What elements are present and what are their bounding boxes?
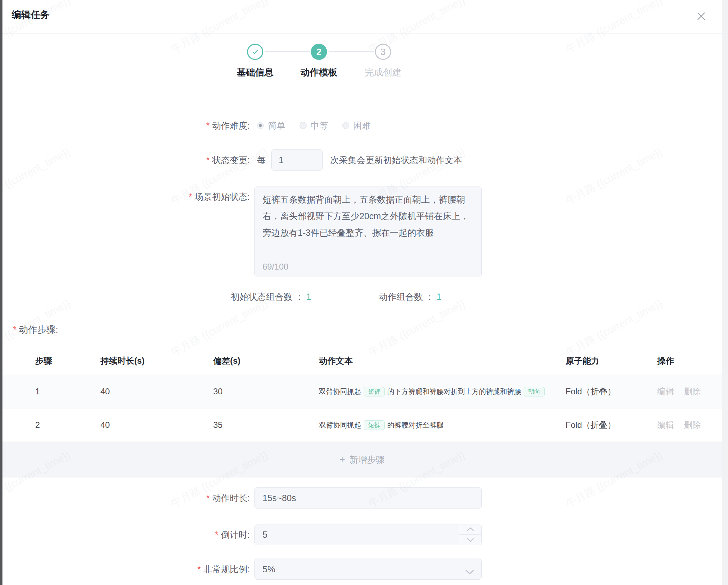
step-3-label: 完成创建 — [344, 66, 422, 79]
state-change-input[interactable]: 1 — [271, 149, 323, 171]
step-3-circle: 3 — [375, 44, 391, 60]
step-connector — [329, 51, 374, 52]
text-fragment: 双臂协同抓起 — [319, 420, 361, 430]
row-ability: Fold（折叠） — [566, 419, 657, 431]
col-ability: 原子能力 — [566, 355, 657, 367]
required-asterisk: * — [197, 564, 201, 574]
edit-link[interactable]: 编辑 — [657, 386, 674, 397]
text-fragment: 双臂协同抓起 — [319, 387, 361, 396]
unusual-ratio-label: *非常规比例: — [91, 559, 250, 580]
row-ability: Fold（折叠） — [566, 386, 657, 397]
radio-icon — [300, 122, 307, 129]
row-action-text: 双臂协同抓起短裤的下方裤腿和裤腰对折到上方的裤腿和裤腰朝向 — [319, 387, 566, 396]
delete-link[interactable]: 删除 — [684, 419, 701, 431]
initial-combo-count: 初始状态组合数 ： 1 — [231, 289, 311, 304]
unusual-ratio-row: *非常规比例: 5% — [2, 559, 722, 580]
spinner-down-button[interactable] — [459, 535, 481, 545]
delete-link[interactable]: 删除 — [684, 386, 701, 397]
row-actions: 编辑删除 — [657, 419, 722, 431]
plus-icon: + — [340, 454, 345, 465]
combo-counts-row: 初始状态组合数 ： 1 动作组合数 ： 1 — [2, 289, 722, 304]
action-combo-value: 1 — [437, 292, 442, 302]
row-actions: 编辑删除 — [657, 386, 722, 397]
difficulty-row: *动作难度: 简单中等困难 — [2, 116, 722, 135]
difficulty-radio-group: 简单中等困难 — [257, 116, 371, 135]
table-header-row: 步骤 持续时长(s) 偏差(s) 动作文本 原子能力 操作 — [2, 347, 722, 375]
state-change-prefix: 每 — [257, 149, 266, 171]
keyword-tag: 朝向 — [524, 387, 545, 396]
state-change-suffix: 次采集会更新初始状态和动作文本 — [330, 149, 462, 171]
initial-state-text: 短裤五条数据背面朝上，五条数据正面朝上，裤腰朝右，离头部视野下方至少20cm之外… — [263, 191, 474, 241]
step-1-circle — [247, 44, 263, 60]
state-change-label: *状态变更: — [91, 149, 250, 171]
row-action-text: 双臂协同抓起短裤的裤腰对折至裤腿 — [319, 420, 566, 430]
text-fragment: 的下方裤腿和裤腰对折到上方的裤腿和裤腰 — [387, 387, 521, 396]
col-action-text: 动作文本 — [319, 355, 566, 367]
unusual-ratio-select[interactable]: 5% — [254, 559, 482, 580]
countdown-row: *倒计时: 5 — [2, 524, 722, 545]
step-2-circle: 2 — [311, 44, 327, 60]
required-asterisk: * — [13, 325, 17, 334]
col-step: 步骤 — [35, 355, 100, 367]
required-asterisk: * — [206, 155, 210, 165]
duration-label: *动作时长: — [91, 487, 250, 509]
radio-selected-icon — [257, 122, 264, 129]
duration-input[interactable]: 15s~80s — [254, 487, 482, 509]
row-duration: 40 — [100, 420, 213, 430]
initial-state-textarea[interactable]: 短裤五条数据背面朝上，五条数据正面朝上，裤腰朝右，离头部视野下方至少20cm之外… — [254, 186, 482, 277]
stepper: 2 3 基础信息 动作模板 完成创建 — [2, 0, 722, 85]
required-asterisk: * — [206, 493, 210, 503]
col-deviation: 偏差(s) — [213, 355, 319, 367]
row-step: 2 — [35, 420, 100, 430]
step-connector — [265, 51, 310, 52]
initial-state-row: *场景初始状态: 短裤五条数据背面朝上，五条数据正面朝上，裤腰朝右，离头部视野下… — [2, 186, 722, 277]
radio-label: 简单 — [268, 120, 285, 131]
action-combo-count: 动作组合数 ： 1 — [379, 289, 442, 304]
difficulty-radio-困难[interactable]: 困难 — [342, 120, 371, 131]
radio-icon — [342, 122, 349, 129]
edit-task-dialog: 编辑任务 2 3 基础信息 动作模板 完成创建 *动作难度: 简单中等困难 *状… — [2, 0, 722, 585]
radio-label: 困难 — [353, 120, 371, 131]
action-steps-table: 步骤 持续时长(s) 偏差(s) 动作文本 原子能力 操作 14030双臂协同抓… — [2, 347, 722, 478]
char-counter: 69/100 — [263, 262, 288, 272]
difficulty-label: *动作难度: — [91, 116, 250, 135]
add-step-button[interactable]: + 新增步骤 — [2, 442, 722, 478]
row-deviation: 30 — [213, 387, 319, 396]
spinner-up-button[interactable] — [459, 524, 481, 535]
required-asterisk: * — [189, 192, 192, 202]
difficulty-radio-中等[interactable]: 中等 — [300, 120, 328, 131]
keyword-tag: 短裤 — [364, 420, 385, 430]
chevron-down-icon — [465, 567, 474, 572]
col-operations: 操作 — [657, 355, 722, 367]
page-behind-right-edge — [722, 0, 728, 585]
table-row: 24035双臂协同抓起短裤的裤腰对折至裤腿Fold（折叠）编辑删除 — [2, 408, 722, 442]
initial-state-label: *场景初始状态: — [91, 190, 250, 204]
row-duration: 40 — [100, 387, 213, 396]
initial-combo-value: 1 — [306, 292, 311, 302]
table-row: 14030双臂协同抓起短裤的下方裤腿和裤腰对折到上方的裤腿和裤腰朝向Fold（折… — [2, 375, 722, 408]
state-change-row: *状态变更: 每 1 次采集会更新初始状态和动作文本 — [2, 149, 722, 171]
page-behind-left-edge — [0, 0, 2, 585]
countdown-input[interactable]: 5 — [254, 524, 482, 545]
radio-label: 中等 — [310, 120, 328, 131]
duration-row: *动作时长: 15s~80s — [2, 487, 722, 509]
countdown-label: *倒计时: — [91, 524, 250, 545]
row-deviation: 35 — [213, 420, 319, 430]
required-asterisk: * — [206, 121, 210, 130]
keyword-tag: 短裤 — [364, 387, 385, 396]
col-duration: 持续时长(s) — [100, 355, 213, 367]
required-asterisk: * — [215, 530, 218, 540]
edit-link[interactable]: 编辑 — [657, 419, 674, 431]
row-step: 1 — [35, 387, 100, 396]
action-steps-section-label: *动作步骤: — [13, 324, 58, 336]
difficulty-radio-简单[interactable]: 简单 — [257, 120, 285, 131]
countdown-spinner — [459, 524, 481, 545]
text-fragment: 的裤腰对折至裤腿 — [387, 420, 444, 430]
